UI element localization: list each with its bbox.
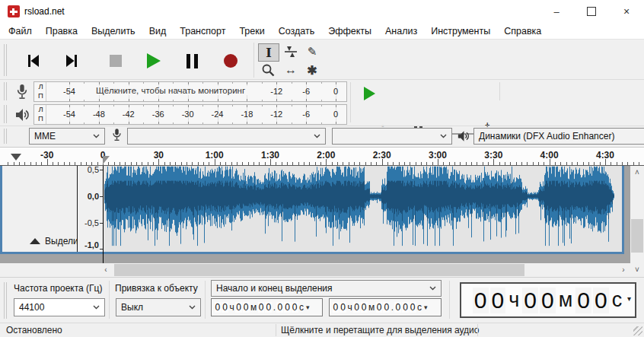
menu-item-7[interactable]: Создать [272,26,322,37]
menu-item-5[interactable]: Транспорт [173,26,232,37]
ruler-tick [477,162,477,165]
waveform[interactable] [103,166,622,252]
meter-tick [129,122,129,124]
recording-device-combobox[interactable] [127,128,326,145]
meter-tick [336,105,336,107]
selection-start-field[interactable]: 00ч00м00.000с▾ [211,298,323,316]
horizontal-scrollbar[interactable]: ‹ › [0,263,644,277]
time-digit: 0 [258,302,265,313]
vertical-scrollbar[interactable]: ˄ ˅ [630,166,644,277]
playhead-flag[interactable] [103,156,110,164]
playback-device-combobox[interactable]: Динамики (DFX Audio Enhancer) [473,128,644,145]
scroll-left-button[interactable]: ‹ [99,263,113,277]
menu-item-4[interactable]: Вид [142,26,174,37]
meter-monitor-text[interactable]: Щёлкните, чтобы начать мониторинг [84,86,257,95]
meter-tick [188,82,189,84]
waveform-area[interactable] [103,166,622,252]
skip-to-end-icon [64,53,79,68]
ruler-tick [158,159,159,165]
timeline-options-icon[interactable] [11,154,21,161]
ruler-tick [209,162,209,165]
ruler-tick [231,162,232,165]
selection-mode-combobox[interactable]: Начало и конец выделения [211,280,442,297]
horizontal-scroll-thumb[interactable] [114,264,524,276]
multi-tool-button[interactable]: ✱ [302,62,322,78]
envelope-tool-button[interactable] [281,43,301,60]
ruler-tick [8,162,8,165]
recording-channels-combobox[interactable] [332,128,452,145]
menu-bar: ФайлПравкаВыделитьВидТранспортТрекиСозда… [0,23,644,40]
playback-meter[interactable]: -54-48-42-36-30-24-18-12-60ЛП [33,104,347,125]
time-dropdown-icon[interactable]: ▾ [306,304,310,311]
audio-track[interactable]: Выделить 0,50,0-0,5-1,0 [0,166,624,254]
menu-item-9[interactable]: Анализ [378,26,424,37]
pause-icon [187,54,198,68]
ruler-tick [58,162,59,165]
close-button[interactable]: × [609,0,644,23]
audio-position-display[interactable]: 00ч00м00с ▾ [460,282,636,318]
menu-item-10[interactable]: Инструменты [424,26,497,37]
collapse-track-icon[interactable] [30,238,40,244]
ruler-tick [550,159,550,165]
scroll-down-button[interactable]: ˅ [630,263,644,277]
audio-host-combobox[interactable]: MME [29,128,105,145]
meter-tick [129,99,129,101]
speaker-icon[interactable] [15,108,30,122]
ruler-tick [505,162,505,165]
scroll-right-button[interactable]: › [617,263,630,277]
menu-item-6[interactable]: Треки [232,26,271,37]
play-button[interactable] [142,49,165,72]
meter-tick [306,122,307,124]
track-control-panel[interactable]: Выделить [2,166,77,252]
skip-to-start-button[interactable] [22,49,45,72]
device-toolbar-grip[interactable] [4,129,7,144]
record-button[interactable] [219,49,242,72]
timeshift-tool-button[interactable]: ↔ [281,62,301,78]
minimize-button[interactable]: – [539,0,574,23]
menu-item-11[interactable]: Справка [497,26,548,37]
skip-to-end-button[interactable] [60,49,83,72]
ruler-tick [594,162,595,165]
ruler-tick [309,162,310,165]
ruler-tick [292,162,293,165]
menu-item-2[interactable]: Правка [39,26,84,37]
meter-tick [321,105,322,107]
vertical-scale-ruler[interactable]: 0,50,0-0,5-1,0 [78,166,103,252]
recording-meter[interactable]: -54-48-12-60Щёлкните, чтобы начать монит… [33,81,347,102]
vertical-scroll-thumb[interactable] [631,219,643,253]
ruler-tick [220,162,221,165]
menu-item-3[interactable]: Выделить [84,26,142,37]
stop-button[interactable] [104,49,127,72]
time-dropdown-icon[interactable]: ▾ [424,304,428,311]
resize-grip[interactable] [633,326,642,335]
transport-toolbar-grip[interactable] [4,44,7,76]
track-area: Выделить 0,50,0-0,5-1,0 ‹ › ˄ ˅ [0,166,644,277]
meter-tick [336,122,336,124]
selection-end-field[interactable]: 00ч00м00.000с▾ [329,298,442,316]
meter-tick [276,99,277,101]
project-rate-combobox[interactable]: 44100 [14,298,105,316]
selection-tool-button[interactable]: I [258,43,279,62]
record-meter-grip[interactable] [4,82,7,100]
selection-toolbar-grip[interactable] [4,282,7,319]
snap-to-combobox[interactable]: Выкл [116,298,201,316]
ruler-tick [265,162,266,165]
time-digit: 0 [593,288,609,313]
scale-label: -0,5 [84,218,99,227]
time-digit: 0 [522,288,538,313]
timeline-ruler[interactable]: -300301:001:302:002:303:003:304:004:30 [0,147,644,166]
maximize-button[interactable] [574,0,609,23]
recording-device-icon [111,126,123,144]
draw-tool-button[interactable]: ✎ [302,43,322,60]
pencil-icon: ✎ [308,45,317,59]
playback-meter-grip[interactable] [4,105,7,123]
pause-button[interactable] [180,49,203,72]
meter-tick [232,122,233,124]
microphone-icon[interactable] [15,84,29,100]
menu-item-1[interactable]: Файл [2,26,39,37]
scroll-up-button[interactable]: ˄ [630,166,644,180]
menu-item-8[interactable]: Эффекты [321,26,378,37]
zoom-tool-button[interactable] [258,62,278,78]
ruler-tick [527,162,528,165]
play-at-speed-button[interactable] [358,82,381,105]
